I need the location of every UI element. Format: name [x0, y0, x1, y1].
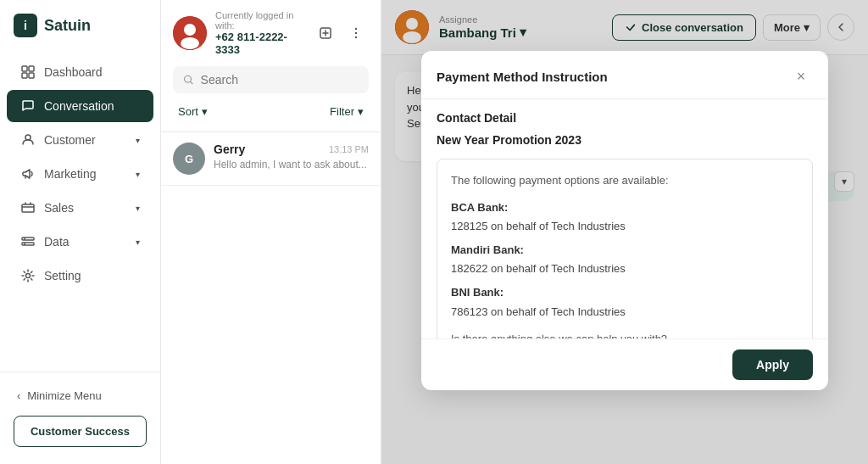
- chevron-left-icon: ‹: [17, 389, 20, 402]
- svg-rect-3: [29, 73, 34, 78]
- sidebar-item-dashboard[interactable]: Dashboard: [7, 56, 153, 88]
- bank-entry-bni: BNI Bank: 786123 on behalf of Tech Indus…: [451, 283, 798, 321]
- modal-contact-detail-label: Contact Detail: [437, 111, 813, 125]
- sort-button[interactable]: Sort ▾: [173, 102, 213, 121]
- svg-rect-6: [22, 238, 34, 240]
- svg-rect-2: [22, 73, 27, 78]
- chat-main-panel: Assignee Bambang Tri ▾ Close conversatio…: [381, 0, 868, 464]
- payment-info-box: The following payment options are availa…: [437, 159, 813, 338]
- svg-rect-0: [22, 66, 27, 71]
- user-avatar: [173, 16, 207, 50]
- chevron-down-icon-3: ▾: [136, 204, 140, 213]
- customer-success-button[interactable]: Customer Success: [14, 416, 147, 447]
- chevron-down-icon-filter: ▾: [358, 105, 364, 118]
- chevron-down-icon-sort: ▾: [202, 105, 208, 118]
- chat-icon: [20, 98, 36, 114]
- payment-intro-text: The following payment options are availa…: [451, 171, 798, 190]
- logged-in-label: Currently logged in with:: [215, 10, 304, 31]
- svg-rect-5: [22, 204, 34, 212]
- sidebar-item-marketing[interactable]: Marketing ▾: [7, 158, 153, 190]
- svg-rect-1: [29, 66, 34, 71]
- modal-footer: Apply: [421, 338, 828, 390]
- logged-in-info: Currently logged in with: +62 811-2222-3…: [173, 10, 369, 56]
- sidebar-item-label-sales: Sales: [44, 201, 74, 215]
- gear-icon: [20, 268, 36, 283]
- sidebar-item-data[interactable]: Data ▾: [7, 226, 153, 258]
- search-icon: [183, 74, 194, 86]
- bank-entry-mandiri: Mandiri Bank: 182622 on behalf of Tech I…: [451, 241, 798, 278]
- sidebar-item-conversation[interactable]: Conversation: [7, 90, 153, 122]
- conv-item-time: 13.13 PM: [329, 144, 369, 154]
- filter-button[interactable]: Filter ▾: [325, 102, 369, 121]
- svg-point-12: [184, 24, 196, 36]
- minimize-menu-button[interactable]: ‹ Minimize Menu: [7, 383, 153, 409]
- modal-overlay: Payment Method Instruction × Contact Det…: [381, 0, 868, 464]
- search-input[interactable]: [201, 73, 359, 87]
- conv-item-body: Gerry 13.13 PM Hello admin, I want to as…: [214, 143, 369, 171]
- svg-point-16: [355, 32, 357, 34]
- data-icon: [20, 234, 36, 249]
- svg-point-10: [26, 274, 31, 278]
- search-bar[interactable]: [173, 66, 369, 93]
- conversation-items: G Gerry 13.13 PM Hello admin, I want to …: [161, 132, 381, 464]
- modal-header: Payment Method Instruction ×: [421, 51, 828, 99]
- svg-point-4: [25, 135, 31, 140]
- sidebar-bottom: ‹ Minimize Menu Customer Success: [0, 372, 160, 464]
- sidebar: i Satuin Dashboard Conversation Customer…: [0, 0, 161, 464]
- chevron-down-icon-2: ▾: [136, 170, 140, 179]
- sidebar-item-label-customer: Customer: [44, 133, 96, 147]
- sales-icon: [20, 200, 36, 215]
- logo-icon: i: [14, 14, 37, 37]
- svg-point-15: [355, 28, 357, 30]
- apply-button[interactable]: Apply: [732, 349, 813, 380]
- svg-point-13: [181, 37, 199, 49]
- svg-point-17: [355, 36, 357, 38]
- person-icon: [20, 132, 36, 148]
- filter-row: Sort ▾ Filter ▾: [173, 102, 369, 121]
- conv-header-actions: [313, 20, 369, 46]
- conv-item[interactable]: G Gerry 13.13 PM Hello admin, I want to …: [161, 132, 381, 186]
- logo-text: Satuin: [44, 17, 91, 35]
- sidebar-logo: i Satuin: [0, 0, 160, 48]
- megaphone-icon: [20, 166, 36, 182]
- sidebar-item-label-data: Data: [44, 235, 70, 249]
- modal-closing-text: Is there anything else we can help you w…: [451, 330, 798, 338]
- more-options-button[interactable]: [343, 20, 369, 46]
- sidebar-nav: Dashboard Conversation Customer ▾ Market…: [0, 48, 160, 372]
- chevron-down-icon-4: ▾: [136, 238, 140, 247]
- sidebar-item-label-marketing: Marketing: [44, 167, 96, 181]
- grid-icon: [20, 64, 36, 80]
- sidebar-item-label-dashboard: Dashboard: [44, 65, 103, 79]
- conv-item-name: Gerry: [214, 143, 245, 156]
- modal-body: Contact Detail New Year Promotion 2023 T…: [421, 99, 828, 338]
- modal-promo-title: New Year Promotion 2023: [437, 133, 813, 147]
- sidebar-item-setting[interactable]: Setting: [7, 260, 153, 292]
- bank-entry-bca: BCA Bank: 128125 on behalf of Tech Indus…: [451, 198, 798, 236]
- chevron-down-icon: ▾: [136, 136, 140, 145]
- conv-list-header: Currently logged in with: +62 811-2222-3…: [161, 0, 381, 132]
- modal-close-button[interactable]: ×: [789, 64, 813, 88]
- conversation-list-panel: Currently logged in with: +62 811-2222-3…: [161, 0, 381, 464]
- sidebar-item-label-setting: Setting: [44, 269, 81, 282]
- conv-item-preview: Hello admin, I want to ask about...: [214, 159, 369, 171]
- compose-button[interactable]: [313, 20, 338, 46]
- svg-rect-7: [22, 243, 34, 245]
- sidebar-item-label-conversation: Conversation: [44, 99, 114, 113]
- minimize-menu-label: Minimize Menu: [27, 389, 101, 402]
- payment-modal: Payment Method Instruction × Contact Det…: [421, 51, 828, 390]
- logged-in-details: Currently logged in with: +62 811-2222-3…: [215, 10, 304, 56]
- modal-title: Payment Method Instruction: [437, 70, 608, 84]
- conv-item-avatar: G: [173, 143, 205, 175]
- logged-in-phone: +62 811-2222-3333: [215, 31, 304, 56]
- sidebar-item-sales[interactable]: Sales ▾: [7, 192, 153, 224]
- sidebar-item-customer[interactable]: Customer ▾: [7, 124, 153, 156]
